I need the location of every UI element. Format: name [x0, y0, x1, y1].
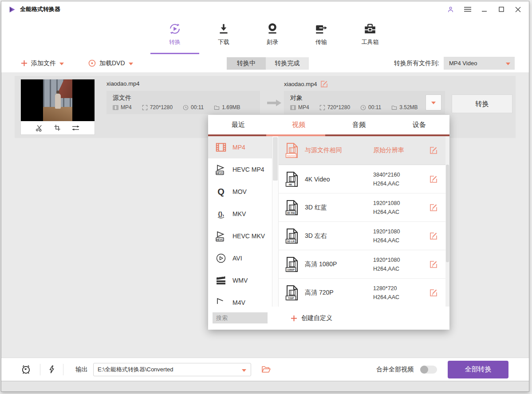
format-item-wmv[interactable]: WMV: [208, 269, 272, 292]
menu-icon[interactable]: [464, 6, 471, 13]
edit-preset-icon[interactable]: [430, 146, 437, 154]
app-logo-icon: [8, 6, 16, 13]
preset-specs: 3840*2160H264,AAC: [373, 170, 400, 188]
rename-edit-icon[interactable]: [320, 80, 328, 88]
add-file-button[interactable]: 添加文件: [21, 54, 64, 72]
output-format-value: MP4 Video: [449, 60, 477, 67]
resize-icon: [142, 105, 148, 110]
output-path-input[interactable]: [93, 363, 251, 376]
format-meta: MP4: [113, 104, 132, 110]
toolbar: 添加文件 加载DVD 转换中 转换完成 转换所有文件到: MP4 Video: [1, 54, 529, 73]
adjust-effects-icon[interactable]: [71, 125, 80, 131]
preset-4k-video[interactable]: 4K 4K Video 3840*2160H264,AAC: [279, 165, 445, 193]
format-item-m4v[interactable]: M4V: [208, 292, 272, 307]
output-path-field: [93, 363, 251, 376]
preset-list-scrollbar[interactable]: [445, 136, 449, 307]
popup-tab-audio[interactable]: 音频: [329, 115, 389, 134]
chevron-down-icon: [431, 102, 436, 104]
chevron-down-icon: [506, 63, 510, 65]
minimize-button[interactable]: [481, 6, 488, 13]
preset-hd-720p[interactable]: 720P 高清 720P 1280*720H264,AAC: [279, 279, 445, 307]
hardware-acceleration-icon[interactable]: [49, 365, 55, 374]
preset-specs: 1280*720H264,AAC: [373, 284, 399, 302]
convert-icon: [168, 22, 181, 35]
format-item-hevc-mp4[interactable]: HEVC HEVC MP4: [208, 158, 272, 181]
plus-icon: [291, 315, 297, 322]
convert-button[interactable]: 转换: [452, 95, 512, 113]
tab-completed[interactable]: 转换完成: [266, 57, 309, 70]
crop-icon[interactable]: [54, 124, 61, 131]
nav-tab-download[interactable]: 下载: [199, 20, 248, 49]
format-list-scrollbar[interactable]: [272, 136, 279, 307]
chevron-down-icon[interactable]: [129, 63, 133, 65]
create-custom-button[interactable]: 创建自定义: [291, 307, 332, 330]
source-filename: xiaodao.mp4: [106, 80, 139, 87]
schedule-alarm-icon[interactable]: [21, 364, 31, 374]
format-list: MP4 HEVC HEVC MP4 Q MOV {}, MKV HEVC HEV…: [208, 136, 272, 307]
nav-tab-convert[interactable]: 转换: [150, 20, 199, 49]
resolution-meta: 720*1280: [142, 104, 173, 110]
nav-tab-toolbox[interactable]: 工具箱: [346, 20, 394, 49]
edit-preset-icon[interactable]: [430, 204, 437, 212]
title-bar: 全能格式转换器: [1, 1, 529, 17]
close-button[interactable]: [514, 6, 522, 13]
open-folder-icon[interactable]: [261, 366, 271, 373]
preset-file-icon: 1080P: [285, 256, 299, 272]
preset-same-as-source[interactable]: source 与源文件相同 原始分辨率: [279, 136, 445, 165]
format-label: MOV: [233, 188, 247, 195]
format-label: MP4: [233, 144, 245, 151]
edit-preset-icon[interactable]: [430, 232, 437, 240]
chevron-down-icon[interactable]: [59, 63, 64, 65]
convert-all-button[interactable]: 全部转换: [448, 361, 508, 378]
trim-scissors-icon[interactable]: [35, 124, 43, 132]
edit-preset-icon[interactable]: [430, 175, 437, 183]
convert-all-to-label: 转换所有文件到:: [394, 54, 439, 72]
popup-tab-device[interactable]: 设备: [389, 115, 449, 134]
output-format-dropdown[interactable]: MP4 Video: [444, 57, 515, 70]
scrollbar-thumb[interactable]: [273, 137, 278, 181]
format-item-mp4[interactable]: MP4: [208, 136, 272, 158]
load-dvd-button[interactable]: 加载DVD: [88, 54, 133, 72]
nav-tab-transfer[interactable]: 传输: [297, 20, 346, 49]
edit-preset-icon[interactable]: [430, 289, 437, 297]
preset-3d-redblue[interactable]: 3D RB 3D 红蓝 1920*1080H264,AAC: [279, 193, 445, 222]
divider: [63, 364, 63, 375]
nav-tab-burn[interactable]: 刻录: [248, 20, 297, 49]
format-item-avi[interactable]: AVI: [208, 247, 272, 269]
create-custom-label: 创建自定义: [301, 314, 332, 322]
preset-dropdown-button[interactable]: [426, 95, 441, 110]
preset-file-icon: 720P: [285, 285, 299, 301]
account-icon[interactable]: [447, 6, 454, 13]
scrollbar-thumb[interactable]: [446, 165, 449, 262]
app-window: 全能格式转换器: [1, 1, 529, 392]
preset-3d-leftright[interactable]: 3D LR 3D 左右 1920*1080H264,AAC: [279, 222, 445, 250]
chevron-down-icon[interactable]: [242, 369, 246, 372]
format-item-mov[interactable]: Q MOV: [208, 181, 272, 203]
tab-converting[interactable]: 转换中: [227, 57, 266, 70]
app-title: 全能格式转换器: [20, 5, 60, 13]
video-thumbnail[interactable]: [21, 79, 95, 134]
merge-videos-toggle[interactable]: [420, 366, 437, 374]
preset-hd-1080p[interactable]: 1080P 高清 1080P 1920*1080H264,AAC: [279, 250, 445, 279]
target-info-box: 对象 MP4 720*1280 00:11: [284, 91, 445, 114]
status-strip: [1, 381, 529, 391]
nav-tab-label: 刻录: [267, 38, 278, 46]
edit-preset-icon[interactable]: [430, 260, 437, 268]
popup-tab-recent[interactable]: 最近: [208, 115, 268, 134]
film-icon: [290, 105, 296, 110]
svg-text:HEVC: HEVC: [216, 238, 224, 241]
nav-tab-label: 传输: [315, 38, 327, 46]
popup-tab-video[interactable]: 视频: [268, 115, 329, 134]
maximize-button[interactable]: [497, 6, 505, 13]
svg-text:HEVC: HEVC: [216, 172, 224, 174]
format-item-hevc-mkv[interactable]: HEVC HEVC MKV: [208, 225, 272, 247]
thumbnail-image: [21, 79, 95, 121]
duration-meta: 00:11: [183, 104, 204, 110]
svg-text:3D LR: 3D LR: [287, 240, 295, 243]
folder-icon: [391, 105, 397, 110]
quicktime-q-icon: Q: [215, 186, 227, 197]
output-label: 输出: [75, 366, 88, 374]
toggle-knob[interactable]: [420, 366, 428, 374]
search-input[interactable]: [213, 312, 268, 323]
format-item-mkv[interactable]: {}, MKV: [208, 203, 272, 225]
